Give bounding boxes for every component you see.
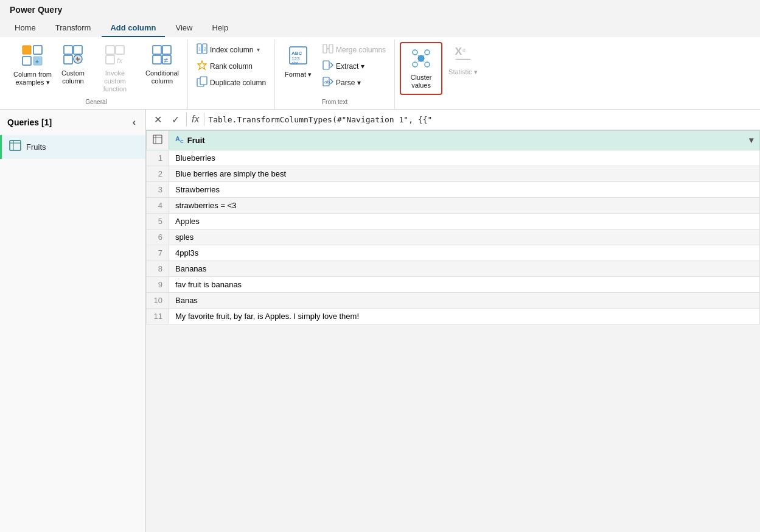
tab-home[interactable]: Home [6, 19, 44, 37]
ribbon-group-column-ops: 1 2 Index column ▾ Rank column [188, 40, 275, 109]
tab-view[interactable]: View [167, 19, 201, 37]
ribbon-col-from-text: Merge columns Extract ▾ [319, 42, 389, 90]
svg-text:σ: σ [462, 47, 466, 53]
app-title: Power Query [10, 5, 62, 15]
extract-button[interactable]: Extract ▾ [319, 58, 389, 74]
invoke-custom-function-label: Invoke customfunction [94, 69, 136, 94]
conditional-column-button[interactable]: ≠ Conditionalcolumn [142, 42, 183, 88]
svg-rect-0 [23, 46, 31, 54]
svg-point-35 [413, 50, 417, 55]
table-row: 4strawberries = <3 [147, 197, 760, 213]
format-icon: ABC 123 abc [287, 44, 309, 69]
ribbon-group-general-label: General [85, 99, 107, 107]
table-header-fruit[interactable]: AC Fruit ▾ [169, 130, 760, 150]
formula-confirm-button[interactable]: ✓ [169, 113, 183, 127]
svg-text:1: 1 [198, 47, 201, 51]
conditional-column-label: Conditionalcolumn [145, 69, 179, 85]
table-cell-rownum: 1 [147, 150, 169, 166]
duplicate-column-button[interactable]: Duplicate column [193, 75, 270, 90]
cluster-values-label: Clustervalues [411, 74, 432, 89]
table-row: 5Apples [147, 213, 760, 229]
table-row: 1Blueberries [147, 150, 760, 166]
statistics-label: Statistic ▾ [448, 68, 478, 76]
cluster-values-button[interactable]: Clustervalues [403, 45, 439, 92]
custom-column-button[interactable]: Customcolumn [58, 42, 88, 88]
collapse-panel-button[interactable]: ‹ [130, 116, 138, 129]
duplicate-column-icon [197, 76, 207, 89]
parse-label: Parse ▾ [336, 79, 361, 87]
ribbon-group-cluster-stats-items: Clustervalues X σ Statistic ▾ [400, 42, 481, 103]
svg-point-37 [413, 62, 417, 67]
invoke-custom-function-button[interactable]: fx Invoke customfunction [91, 42, 139, 96]
col-fruit-dropdown-button[interactable]: ▾ [749, 135, 753, 145]
table-cell-rownum: 3 [147, 181, 169, 197]
table-cell-fruit: Bananas [169, 261, 760, 276]
svg-rect-46 [10, 141, 21, 150]
data-table: AC Fruit ▾ 1Blueberries2Blue berries are… [146, 130, 760, 324]
svg-rect-5 [64, 46, 72, 54]
conditional-column-icon: ≠ [152, 44, 172, 68]
index-column-dropdown-icon: ▾ [257, 46, 260, 53]
svg-point-36 [425, 50, 430, 55]
formula-fx-label: fx [186, 113, 204, 126]
svg-rect-14 [153, 55, 161, 64]
rank-column-icon [197, 60, 207, 72]
svg-marker-22 [198, 61, 206, 69]
merge-columns-icon [322, 43, 333, 56]
table-cell-fruit: Banas [169, 292, 760, 308]
parse-button[interactable]: ab Parse ▾ [319, 75, 389, 90]
merge-columns-button[interactable]: Merge columns [319, 42, 389, 57]
ribbon-col-ops: 1 2 Index column ▾ Rank column [193, 42, 270, 90]
table-cell-rownum: 5 [147, 213, 169, 229]
svg-text:abc: abc [291, 61, 299, 65]
tab-help[interactable]: Help [204, 19, 237, 37]
statistics-button[interactable]: X σ Statistic ▾ [445, 42, 481, 79]
column-from-examples-button[interactable]: + Column fromexamples ▾ [10, 42, 55, 89]
table-row: 74ppl3s [147, 245, 760, 261]
statistics-icon: X σ [453, 44, 473, 67]
table-cell-fruit: Blue berries are simply the best [169, 166, 760, 181]
invoke-custom-function-icon: fx [105, 44, 125, 68]
format-button[interactable]: ABC 123 abc Format ▾ [280, 42, 316, 81]
table-row: 3Strawberries [147, 181, 760, 197]
index-column-label: Index column [210, 46, 253, 54]
column-from-examples-label: Column fromexamples ▾ [13, 71, 52, 86]
custom-column-icon [63, 44, 83, 68]
formula-cancel-button[interactable]: ✕ [151, 113, 165, 127]
svg-text:fx: fx [117, 57, 123, 65]
table-header-rownum [147, 130, 169, 150]
ribbon-group-from-text: ABC 123 abc Format ▾ [275, 40, 395, 109]
svg-rect-1 [23, 57, 31, 65]
index-column-button[interactable]: 1 2 Index column ▾ [193, 42, 270, 57]
queries-title: Queries [1] [7, 117, 52, 127]
table-scroll-area[interactable]: AC Fruit ▾ 1Blueberries2Blue berries are… [146, 130, 760, 532]
table-row: 8Bananas [147, 261, 760, 276]
table-cell-rownum: 10 [147, 292, 169, 308]
ribbon: + Column fromexamples ▾ Customcolumn [0, 37, 760, 110]
merge-columns-label: Merge columns [336, 46, 386, 54]
table-cell-rownum: 11 [147, 308, 169, 324]
col-fruit-label: Fruit [187, 136, 205, 145]
ribbon-group-column-ops-items: 1 2 Index column ▾ Rank column [193, 42, 270, 103]
tab-transform[interactable]: Transform [47, 19, 100, 37]
svg-text:ABC: ABC [291, 51, 302, 56]
table-row: 10Banas [147, 292, 760, 308]
formula-input[interactable]: Table.TransformColumnTypes(#"Navigation … [208, 115, 755, 124]
title-bar: Power Query [0, 0, 760, 19]
table-cell-fruit: Blueberries [169, 150, 760, 166]
table-cell-rownum: 8 [147, 261, 169, 276]
query-item-fruits[interactable]: Fruits [0, 135, 145, 159]
tab-add-column[interactable]: Add column [102, 19, 164, 37]
table-cell-fruit: My favorite fruit, by far, is Apples. I … [169, 308, 760, 324]
formula-bar: ✕ ✓ fx Table.TransformColumnTypes(#"Navi… [146, 110, 760, 130]
extract-label: Extract ▾ [336, 62, 364, 71]
ribbon-group-from-text-items: ABC 123 abc Format ▾ [280, 42, 389, 96]
table-row: 11My favorite fruit, by far, is Apples. … [147, 308, 760, 324]
cluster-values-highlight-box: Clustervalues [400, 42, 442, 95]
nav-tabs: Home Transform Add column View Help [0, 19, 760, 37]
svg-rect-10 [106, 55, 114, 64]
svg-point-38 [425, 62, 430, 67]
ribbon-group-cluster-stats: Clustervalues X σ Statistic ▾ [395, 40, 486, 109]
parse-icon: ab [322, 76, 333, 89]
rank-column-button[interactable]: Rank column [193, 58, 270, 74]
